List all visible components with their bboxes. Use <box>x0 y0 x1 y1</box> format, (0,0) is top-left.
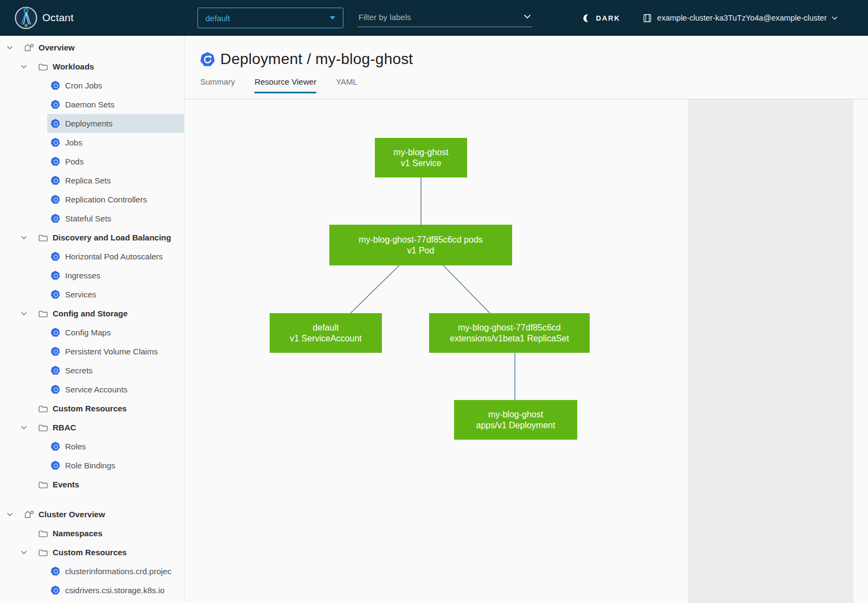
sidebar-item-deployments[interactable]: Deployments <box>0 114 184 133</box>
sidebar-item-horizontal-pod-autoscalers[interactable]: Horizontal Pod Autoscalers <box>0 247 184 266</box>
sidebar-item-events[interactable]: Events <box>0 475 184 494</box>
folder-icon <box>38 530 48 537</box>
sidebar-item-role-bindings[interactable]: Role Bindings <box>0 456 184 475</box>
chevron-down-icon[interactable] <box>20 426 28 430</box>
sidebar-item-replica-sets[interactable]: Replica Sets <box>0 171 184 190</box>
sidebar-item-custom-resources[interactable]: Custom Resources <box>0 543 184 562</box>
sidebar-item-label: Custom Resources <box>53 404 127 413</box>
sidebar-item-overview[interactable]: Overview <box>0 38 184 57</box>
sidebar-item-discovery-and-load-balancing[interactable]: Discovery and Load Balancing <box>0 228 184 247</box>
sidebar-item-label: csidrivers.csi.storage.k8s.io <box>65 586 164 595</box>
label-filter <box>358 9 532 27</box>
sidebar-item-ingresses[interactable]: Ingresses <box>0 266 184 285</box>
caret-down-icon <box>330 16 335 20</box>
service-accounts-icon <box>50 385 60 394</box>
sidebar-item-config-and-storage[interactable]: Config and Storage <box>0 304 184 323</box>
right-gutter <box>853 99 868 603</box>
graph-node-replicaset[interactable]: my-blog-ghost-77df85c6cdextensions/v1bet… <box>429 313 590 353</box>
sidebar-tree: OverviewWorkloadsCron JobsDaemon SetsDep… <box>0 38 184 600</box>
sidebar-item-label: Workloads <box>53 62 94 71</box>
sidebar-item-label: Pods <box>65 157 84 166</box>
moon-icon <box>582 14 591 23</box>
cluster-icon <box>643 14 652 23</box>
daemon-sets-icon <box>50 100 60 109</box>
sidebar-item-label: Jobs <box>65 138 82 147</box>
role-bindings-icon <box>50 461 60 470</box>
sidebar-item-label: Services <box>65 290 97 299</box>
deployment-icon <box>200 52 215 67</box>
resource-graph-panel: my-blog-ghostv1 Servicemy-blog-ghost-77d… <box>184 99 688 603</box>
sidebar-item-secrets[interactable]: Secrets <box>0 361 184 380</box>
jobs-icon <box>50 138 60 147</box>
page-title: Deployment / my-blog-ghost <box>220 50 413 68</box>
sidebar-item-cluster-overview[interactable]: Cluster Overview <box>0 505 184 524</box>
sidebar-item-label: Replication Controllers <box>65 195 147 204</box>
graph-node-deployment[interactable]: my-blog-ghostapps/v1 Deployment <box>454 400 577 440</box>
sidebar-item-clusterinformations-crd-projec[interactable]: clusterinformations.crd.projec <box>0 562 184 581</box>
chevron-down-icon[interactable] <box>524 14 531 19</box>
folder-icon <box>38 234 48 242</box>
sidebar-item-services[interactable]: Services <box>0 285 184 304</box>
sidebar-item-daemon-sets[interactable]: Daemon Sets <box>0 95 184 114</box>
sidebar-item-csidrivers-csi-storage-k8s-io[interactable]: csidrivers.csi.storage.k8s.io <box>0 581 184 600</box>
stateful-sets-icon <box>50 214 60 223</box>
replica-sets-icon <box>50 176 60 185</box>
tab-yaml[interactable]: YAML <box>336 77 358 93</box>
chevron-down-icon[interactable] <box>5 46 14 50</box>
sidebar-item-config-maps[interactable]: Config Maps <box>0 323 184 342</box>
sidebar-item-persistent-volume-claims[interactable]: Persistent Volume Claims <box>0 342 184 361</box>
chevron-down-icon[interactable] <box>5 512 14 517</box>
chevron-down-icon[interactable] <box>20 312 28 316</box>
sidebar-item-workloads[interactable]: Workloads <box>0 57 184 76</box>
sidebar-item-replication-controllers[interactable]: Replication Controllers <box>0 190 184 209</box>
graph-node-serviceaccount[interactable]: defaultv1 ServiceAccount <box>270 313 382 353</box>
namespace-select[interactable]: default <box>197 8 343 28</box>
chevron-down-icon[interactable] <box>20 236 28 240</box>
sidebar-item-label: Persistent Volume Claims <box>65 347 158 356</box>
sidebar-item-label: Cron Jobs <box>65 81 102 90</box>
applications-icon <box>24 510 34 519</box>
custom-resource-icon <box>50 586 60 595</box>
folder-icon <box>38 424 48 431</box>
app-title: Octant <box>42 12 74 24</box>
sidebar-item-label: Ingresses <box>65 271 100 280</box>
folder-icon <box>38 63 48 71</box>
folder-icon <box>38 481 48 488</box>
pods-icon <box>50 157 60 166</box>
sidebar-item-label: Stateful Sets <box>65 214 111 223</box>
sidebar-item-stateful-sets[interactable]: Stateful Sets <box>0 209 184 228</box>
sidebar-item-roles[interactable]: Roles <box>0 437 184 456</box>
sidebar-item-label: Config Maps <box>65 328 111 337</box>
sidebar-item-custom-resources[interactable]: Custom Resources <box>0 399 184 418</box>
sidebar-item-cron-jobs[interactable]: Cron Jobs <box>0 76 184 95</box>
tab-summary[interactable]: Summary <box>200 77 235 93</box>
chevron-down-icon[interactable] <box>20 550 28 555</box>
graph-edge-2 <box>443 265 490 313</box>
detail-panel[interactable] <box>688 99 853 603</box>
sidebar-item-service-accounts[interactable]: Service Accounts <box>0 380 184 399</box>
deployments-icon <box>50 119 60 128</box>
persistent-volume-claims-icon <box>50 347 60 356</box>
folder-icon <box>38 549 48 556</box>
chevron-down-icon[interactable] <box>20 65 28 69</box>
sidebar-item-label: clusterinformations.crd.projec <box>65 567 171 576</box>
sidebar-item-jobs[interactable]: Jobs <box>0 133 184 152</box>
graph-node-service[interactable]: my-blog-ghostv1 Service <box>375 138 467 177</box>
theme-toggle[interactable]: DARK <box>582 14 621 23</box>
sidebar-item-rbac[interactable]: RBAC <box>0 418 184 437</box>
sidebar-item-label: Discovery and Load Balancing <box>53 233 171 242</box>
graph-node-pods[interactable]: my-blog-ghost-77df85c6cd podsv1 Pod <box>329 225 512 265</box>
octant-logo <box>15 7 37 29</box>
sidebar-item-label: RBAC <box>53 423 76 432</box>
tab-resource-viewer[interactable]: Resource Viewer <box>254 77 316 93</box>
roles-icon <box>50 442 60 451</box>
main-content: Deployment / my-blog-ghost Summary Resou… <box>184 36 868 603</box>
label-filter-input[interactable] <box>358 9 532 27</box>
tab-bar: Summary Resource Viewer YAML <box>200 77 868 93</box>
horizontal-pod-autoscalers-icon <box>50 252 60 261</box>
sidebar-item-pods[interactable]: Pods <box>0 152 184 171</box>
chevron-down-icon <box>832 16 838 20</box>
cluster-selector[interactable]: example-cluster-ka3TuTzYo4a@example-clus… <box>643 14 838 23</box>
resource-graph: my-blog-ghostv1 Servicemy-blog-ghost-77d… <box>184 99 688 602</box>
sidebar-item-namespaces[interactable]: Namespaces <box>0 524 184 543</box>
